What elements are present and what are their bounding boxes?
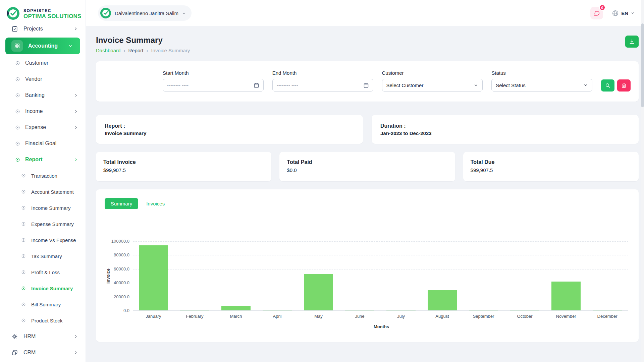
end-month-input[interactable]: -------- ---- bbox=[272, 79, 373, 92]
sidebar-item-vendor[interactable]: Vendor bbox=[0, 71, 86, 87]
sidebar-item-label: Income Vs Expense bbox=[31, 237, 76, 243]
breadcrumb-report[interactable]: Report bbox=[128, 48, 143, 53]
sidebar-item-profit-loss[interactable]: Profit & Loss bbox=[0, 264, 86, 280]
download-button[interactable] bbox=[625, 36, 639, 48]
x-axis-title: Months bbox=[133, 324, 630, 329]
status-select[interactable]: Select Status bbox=[491, 79, 592, 92]
start-month-input[interactable]: -------- ---- bbox=[163, 79, 264, 92]
reset-button[interactable] bbox=[617, 79, 631, 92]
chevron-right-icon bbox=[74, 125, 78, 130]
chevron-right-icon bbox=[74, 109, 78, 114]
messages-button[interactable]: 0 bbox=[590, 7, 603, 19]
user-name: Daivalentineno Janitra Salim bbox=[115, 10, 178, 16]
sidebar-item-expense[interactable]: Expense bbox=[0, 119, 86, 135]
y-axis-title: Invoice bbox=[105, 241, 111, 311]
bar-slot bbox=[174, 241, 215, 310]
x-axis-tick: February bbox=[174, 314, 215, 319]
sidebar-item-label: Finacial Goal bbox=[25, 140, 56, 146]
chevron-down-icon bbox=[474, 83, 478, 87]
breadcrumb-separator-icon: › bbox=[123, 48, 125, 53]
sidebar-item-accounting[interactable]: Accounting bbox=[5, 38, 80, 54]
bullet-icon bbox=[21, 238, 25, 242]
sidebar-item-label: Product Stock bbox=[31, 318, 62, 323]
sidebar-item-crm[interactable]: CRM bbox=[0, 345, 86, 361]
stat-value: $0.0 bbox=[287, 167, 447, 173]
bar-slot bbox=[298, 241, 339, 310]
duration-info-label: Duration : bbox=[380, 123, 630, 129]
language-selector[interactable]: EN bbox=[612, 10, 635, 17]
hrm-icon bbox=[11, 333, 18, 340]
tab-invoices[interactable]: Invoices bbox=[140, 198, 171, 209]
x-axis-tick: March bbox=[215, 314, 257, 319]
sidebar-item-label: Expense bbox=[25, 124, 46, 130]
y-axis-tick: 100000.0 bbox=[111, 239, 129, 244]
sidebar-item-tax-summary[interactable]: Tax Summary bbox=[0, 248, 86, 264]
sidebar-item-account-statement[interactable]: Account Statement bbox=[0, 184, 86, 200]
breadcrumb-dashboard[interactable]: Dashboard bbox=[96, 48, 120, 53]
bar-april bbox=[263, 310, 291, 310]
bar-slot bbox=[339, 241, 380, 310]
sidebar-item-customer[interactable]: Customer bbox=[0, 55, 86, 71]
bar-slot bbox=[545, 241, 587, 310]
projects-icon bbox=[11, 26, 18, 32]
brand-logo[interactable]: SOPHISTEC OPTIMA SOLUTIONS bbox=[0, 0, 86, 26]
tab-summary[interactable]: Summary bbox=[105, 198, 138, 209]
sidebar-item-bill-summary[interactable]: Bill Summary bbox=[0, 296, 86, 312]
user-menu[interactable]: Daivalentineno Janitra Salim bbox=[98, 5, 192, 21]
sidebar-item-financial-goal[interactable]: Finacial Goal bbox=[0, 135, 86, 152]
page-title: Invoice Summary bbox=[96, 36, 190, 45]
sidebar-item-transaction[interactable]: Transaction bbox=[0, 168, 86, 184]
page-scrollbar[interactable] bbox=[641, 0, 644, 362]
bar-slot bbox=[133, 241, 174, 310]
report-info-label: Report : bbox=[105, 123, 354, 129]
x-axis-tick: June bbox=[339, 314, 380, 319]
x-axis-tick: January bbox=[133, 314, 174, 319]
y-axis-tick: 60000.0 bbox=[114, 266, 129, 272]
bullet-icon bbox=[21, 254, 25, 258]
y-axis-tick: 0.0 bbox=[123, 308, 129, 313]
x-axis-tick: October bbox=[504, 314, 545, 319]
sidebar-item-label: CRM bbox=[23, 350, 36, 356]
x-axis-tick: December bbox=[587, 314, 628, 319]
x-axis-tick: November bbox=[545, 314, 587, 319]
sidebar-item-label: Expense Summary bbox=[31, 221, 74, 227]
bar-may bbox=[304, 274, 333, 310]
stat-value: $99,907.5 bbox=[471, 167, 631, 173]
sidebar-item-invoice-summary[interactable]: Invoice Summary bbox=[0, 280, 86, 296]
sidebar-item-label: Report bbox=[25, 157, 43, 163]
sidebar-item-hrm[interactable]: HRM bbox=[0, 328, 86, 345]
bar-august bbox=[428, 290, 457, 310]
calendar-icon bbox=[363, 82, 369, 88]
language-code: EN bbox=[621, 10, 628, 16]
chevron-down-icon bbox=[68, 44, 73, 48]
chevron-right-icon bbox=[73, 334, 78, 339]
x-axis-labels: JanuaryFebruaryMarchAprilMayJuneJulyAugu… bbox=[133, 314, 628, 319]
chart-card: Summary Invoices Invoice 0.020000.040000… bbox=[96, 189, 639, 342]
search-button[interactable] bbox=[601, 79, 614, 92]
scrollbar-thumb[interactable] bbox=[641, 23, 644, 107]
sidebar-item-label: Projects bbox=[23, 26, 43, 32]
sidebar-item-income[interactable]: Income bbox=[0, 103, 86, 119]
bar-slot bbox=[215, 241, 257, 310]
bullet-icon bbox=[15, 61, 20, 65]
sidebar-item-expense-summary[interactable]: Expense Summary bbox=[0, 216, 86, 232]
sidebar-item-banking[interactable]: Banking bbox=[0, 87, 86, 103]
bar-slot bbox=[587, 241, 628, 310]
main-content: Invoice Summary Dashboard › Report › Inv… bbox=[86, 0, 644, 342]
top-header: Daivalentineno Janitra Salim 0 EN bbox=[86, 0, 644, 26]
sidebar-item-income-summary[interactable]: Income Summary bbox=[0, 200, 86, 216]
bullet-icon bbox=[21, 206, 25, 210]
bar-slot bbox=[380, 241, 422, 310]
bullet-icon bbox=[15, 93, 20, 98]
sidebar-item-label: Tax Summary bbox=[31, 253, 62, 259]
customer-select[interactable]: Select Customer bbox=[382, 79, 483, 92]
sidebar-item-report[interactable]: Report bbox=[0, 152, 86, 168]
sidebar-item-income-vs-expense[interactable]: Income Vs Expense bbox=[0, 232, 86, 248]
x-axis-tick: May bbox=[298, 314, 339, 319]
sidebar-item-label: Transaction bbox=[31, 173, 57, 179]
download-icon bbox=[629, 39, 635, 45]
sidebar-item-product-stock[interactable]: Product Stock bbox=[0, 312, 86, 328]
sidebar-item-projects[interactable]: Projects bbox=[0, 26, 86, 37]
chevron-right-icon bbox=[73, 350, 78, 355]
stat-label: Total Paid bbox=[287, 159, 447, 165]
